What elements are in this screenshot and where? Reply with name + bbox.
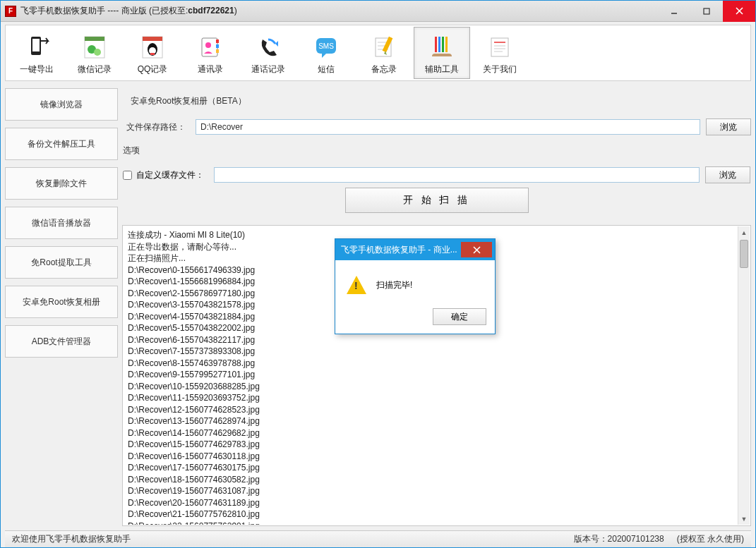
custom-cache-checkbox-input[interactable] [123,171,132,180]
sidebar-wechat-audio[interactable]: 微信语音播放器 [5,207,118,239]
svg-rect-14 [150,53,155,55]
button-label: 确定 [451,311,468,323]
maximize-button[interactable] [690,1,723,22]
sidebar: 镜像浏览器 备份文件解压工具 恢复删除文件 微信语音播放器 免Root提取工具 … [5,84,118,526]
section-title: 安卓免Root恢复相册（BETA） [126,95,751,107]
version-value: 202007101238 [608,534,664,544]
toolbar-sms[interactable]: SMS 短信 [298,27,354,79]
svg-rect-18 [216,49,219,53]
scan-complete-dialog: 飞零手机数据恢复助手 - 商业... 扫描完毕! 确定 [335,238,496,334]
svg-point-19 [205,42,211,48]
wechat-icon [79,31,110,62]
sms-icon: SMS [311,31,342,62]
svg-rect-30 [435,37,437,52]
browse-save-path-button[interactable]: 浏览 [706,118,751,135]
sidebar-image-browser[interactable]: 镜像浏览器 [5,88,118,121]
qq-icon [137,31,168,62]
custom-cache-label: 自定义缓存文件： [136,169,204,181]
sidebar-item-label: 恢复删除文件 [36,178,87,190]
sidebar-item-label: 免Root提取工具 [31,257,91,269]
main-toolbar: 一键导出 微信记录 QQ记录 通讯录 通话记录 [5,25,751,81]
svg-rect-33 [445,37,448,52]
titlebar: F 飞零手机数据恢复助手 ---- 商业版 (已授权至:cbdf722621) [1,1,755,22]
sidebar-noroot-extract[interactable]: 免Root提取工具 [5,246,118,279]
svg-rect-7 [85,37,104,41]
window-title: 飞零手机数据恢复助手 ---- 商业版 (已授权至:cbdf722621) [20,5,237,17]
sidebar-item-label: 镜像浏览器 [40,99,83,111]
toolbar-label: 备忘录 [371,63,397,75]
svg-rect-11 [143,37,162,41]
dialog-title: 飞零手机数据恢复助手 - 商业... [341,244,457,256]
sidebar-recover-deleted[interactable]: 恢复删除文件 [5,167,118,200]
svg-marker-23 [322,52,328,58]
svg-text:SMS: SMS [318,42,334,50]
save-path-input[interactable] [196,119,700,135]
dialog-ok-button[interactable]: 确定 [433,308,486,325]
title-suffix: ) [234,6,237,16]
about-icon [484,31,515,62]
calllog-icon [253,31,284,62]
toolbar-calllog[interactable]: 通话记录 [240,27,296,79]
status-license-note: (授权至 永久使用) [677,533,744,545]
main-panel: 安卓免Root恢复相册（BETA） 文件保存路径： 浏览 选项 自定义缓存文件：… [122,84,751,526]
toolbar-label: 通话记录 [251,63,285,75]
scroll-track[interactable] [738,269,750,513]
sidebar-item-label: 微信语音播放器 [32,217,91,229]
toolbar-label: 一键导出 [20,63,54,75]
tools-icon [426,31,457,62]
svg-rect-32 [442,37,444,52]
log-scrollbar[interactable]: ▲ ▼ [738,226,750,525]
toolbar-qq[interactable]: QQ记录 [124,27,181,79]
toolbar-contacts[interactable]: 通讯录 [182,27,239,79]
toolbar-label: 辅助工具 [425,63,459,75]
svg-rect-16 [216,39,219,43]
close-button[interactable] [723,1,755,22]
options-section: 选项 自定义缓存文件： 浏览 开 始 扫 描 [122,144,751,221]
browse-cache-button[interactable]: 浏览 [705,166,750,183]
custom-cache-checkbox[interactable]: 自定义缓存文件： [123,169,204,181]
toolbar-notes[interactable]: 备忘录 [356,27,412,79]
svg-rect-17 [216,44,219,48]
dialog-close-button[interactable] [461,242,492,257]
warning-icon [347,276,366,294]
toolbar-tools[interactable]: 辅助工具 [414,27,470,79]
dialog-titlebar: 飞零手机数据恢复助手 - 商业... [335,239,495,260]
save-path-label: 文件保存路径： [126,121,190,133]
sidebar-item-label: 安卓免Root恢复相册 [23,296,100,308]
toolbar-about[interactable]: 关于我们 [472,27,528,79]
status-welcome: 欢迎使用飞零手机数据恢复助手 [12,533,131,545]
minimize-button[interactable] [658,1,690,22]
status-version: 版本号：202007101238 [574,533,664,545]
svg-point-9 [94,49,101,56]
svg-rect-34 [491,38,508,56]
license-id: cbdf722621 [188,6,234,16]
scroll-up-icon[interactable]: ▲ [738,226,750,238]
scroll-down-icon[interactable]: ▼ [738,513,750,525]
phone-export-icon [21,31,52,62]
toolbar-export[interactable]: 一键导出 [8,27,65,79]
toolbar-label: 短信 [318,63,335,75]
toolbar-label: 微信记录 [78,63,112,75]
button-label: 开 始 扫 描 [403,194,471,207]
toolbar-wechat[interactable]: 微信记录 [66,27,123,79]
svg-marker-20 [275,41,278,47]
status-bar: 欢迎使用飞零手机数据恢复助手 版本号：202007101238 (授权至 永久使… [5,530,751,547]
sidebar-item-label: 备份文件解压工具 [28,138,95,150]
button-label: 浏览 [720,121,737,133]
sidebar-adb-file-manager[interactable]: ADB文件管理器 [5,325,118,358]
sidebar-backup-unzip[interactable]: 备份文件解压工具 [5,128,118,160]
custom-cache-input[interactable] [214,167,700,183]
start-scan-button[interactable]: 开 始 扫 描 [345,188,529,213]
title-text: 飞零手机数据恢复助手 ---- 商业版 (已授权至: [20,6,188,16]
sidebar-item-label: ADB文件管理器 [32,336,92,348]
contacts-icon [195,31,226,62]
sidebar-android-noroot-album[interactable]: 安卓免Root恢复相册 [5,286,118,318]
svg-rect-31 [438,37,440,52]
scroll-thumb[interactable] [740,240,748,268]
app-icon: F [5,6,16,17]
log-output: 连接成功 - Xiaomi MI 8 Lite(10) 正在导出数据，请耐心等待… [122,225,751,526]
notes-icon [368,31,400,62]
svg-rect-5 [32,39,40,51]
button-label: 浏览 [719,169,736,181]
section-recover-album: 安卓免Root恢复相册（BETA） 文件保存路径： 浏览 [122,84,751,138]
